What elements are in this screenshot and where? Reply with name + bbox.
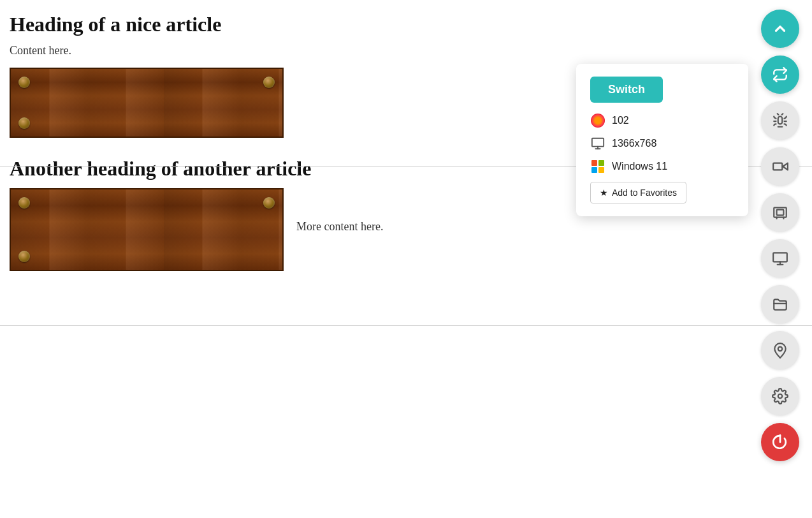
desktop-icon (772, 250, 788, 267)
firefox-icon (590, 113, 605, 128)
gear-icon (772, 388, 788, 404)
switch-button[interactable]: Switch (590, 77, 663, 103)
svg-marker-1 (783, 163, 788, 170)
article-heading-2: Another heading of another article (10, 157, 519, 181)
scroll-up-button[interactable] (761, 10, 799, 48)
article-paragraph-2: More content here. (284, 188, 396, 265)
folder-icon (772, 296, 788, 313)
desktop-button[interactable] (761, 239, 799, 278)
popup-panel: Switch 102 1366x768 Windows 11 (576, 64, 748, 216)
bolt-2-tl (18, 197, 30, 209)
svg-rect-6 (773, 253, 787, 262)
bolt-tr (263, 77, 275, 88)
location-button[interactable] (761, 331, 799, 369)
bolt-2-bl (18, 251, 30, 262)
article-paragraph-1: Content here. (10, 44, 519, 57)
switch-icon (772, 66, 788, 83)
power-button[interactable] (761, 423, 799, 461)
bolt-tl (18, 77, 30, 88)
add-to-favorites-button[interactable]: ★ Add to Favorites (590, 182, 686, 204)
screenshot-icon (772, 204, 788, 221)
svg-rect-0 (773, 163, 782, 170)
power-icon (772, 434, 788, 450)
video-icon (772, 158, 788, 175)
chevron-up-icon (772, 20, 788, 37)
svg-point-10 (778, 347, 783, 352)
wood-panel-1 (10, 68, 284, 138)
settings-button[interactable] (761, 377, 799, 415)
bolt-2-tr (263, 197, 275, 209)
second-article: Another heading of another article More … (10, 157, 519, 271)
windows-icon (590, 159, 605, 174)
folder-button[interactable] (761, 285, 799, 323)
browser-info-row: 102 (590, 113, 734, 128)
sidebar (761, 10, 799, 461)
svg-rect-13 (592, 138, 604, 147)
browser-version: 102 (612, 115, 629, 126)
bolt-bl (18, 117, 30, 129)
second-article-row: More content here. (10, 188, 519, 271)
resolution-info-row: 1366x768 (590, 136, 734, 151)
os-value: Windows 11 (612, 161, 667, 172)
resolution-value: 1366x768 (612, 138, 656, 149)
record-button[interactable] (761, 147, 799, 186)
star-icon: ★ (600, 188, 608, 198)
divider-2 (0, 325, 812, 326)
debug-button[interactable] (761, 101, 799, 140)
location-icon (772, 342, 788, 359)
content-area: Heading of a nice article Content here. … (0, 0, 529, 518)
monitor-icon (590, 136, 605, 151)
bug-icon (772, 112, 788, 129)
add-to-favorites-label: Add to Favorites (612, 188, 677, 198)
os-info-row: Windows 11 (590, 159, 734, 174)
svg-point-11 (778, 394, 783, 399)
article-heading-1: Heading of a nice article (10, 13, 519, 36)
wood-panel-2 (10, 188, 284, 271)
screenshot-button[interactable] (761, 193, 799, 232)
svg-rect-3 (777, 210, 784, 216)
switch-view-button[interactable] (761, 56, 799, 94)
